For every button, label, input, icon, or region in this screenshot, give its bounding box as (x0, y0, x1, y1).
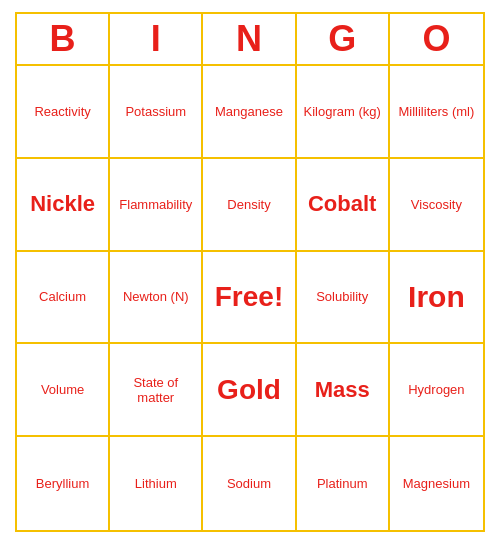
bingo-cell-24: Magnesium (390, 437, 483, 530)
bingo-grid: ReactivityPotassiumManganeseKilogram (kg… (17, 66, 483, 530)
bingo-cell-14: Iron (390, 252, 483, 345)
bingo-cell-4: Milliliters (ml) (390, 66, 483, 159)
header-letter-O: O (390, 14, 483, 64)
bingo-cell-20: Beryllium (17, 437, 110, 530)
bingo-cell-15: Volume (17, 344, 110, 437)
bingo-cell-0: Reactivity (17, 66, 110, 159)
bingo-cell-2: Manganese (203, 66, 296, 159)
bingo-cell-22: Sodium (203, 437, 296, 530)
bingo-cell-23: Platinum (297, 437, 390, 530)
bingo-card: BINGO ReactivityPotassiumManganeseKilogr… (15, 12, 485, 532)
bingo-cell-17: Gold (203, 344, 296, 437)
bingo-cell-7: Density (203, 159, 296, 252)
bingo-cell-10: Calcium (17, 252, 110, 345)
header-letter-G: G (297, 14, 390, 64)
bingo-cell-13: Solubility (297, 252, 390, 345)
bingo-cell-16: State of matter (110, 344, 203, 437)
header-letter-B: B (17, 14, 110, 64)
bingo-cell-8: Cobalt (297, 159, 390, 252)
bingo-cell-5: Nickle (17, 159, 110, 252)
bingo-cell-11: Newton (N) (110, 252, 203, 345)
bingo-header: BINGO (17, 14, 483, 66)
bingo-cell-9: Viscosity (390, 159, 483, 252)
bingo-cell-21: Lithium (110, 437, 203, 530)
bingo-cell-3: Kilogram (kg) (297, 66, 390, 159)
bingo-cell-19: Hydrogen (390, 344, 483, 437)
header-letter-I: I (110, 14, 203, 64)
bingo-cell-12: Free! (203, 252, 296, 345)
bingo-cell-6: Flammability (110, 159, 203, 252)
header-letter-N: N (203, 14, 296, 64)
bingo-cell-18: Mass (297, 344, 390, 437)
bingo-cell-1: Potassium (110, 66, 203, 159)
